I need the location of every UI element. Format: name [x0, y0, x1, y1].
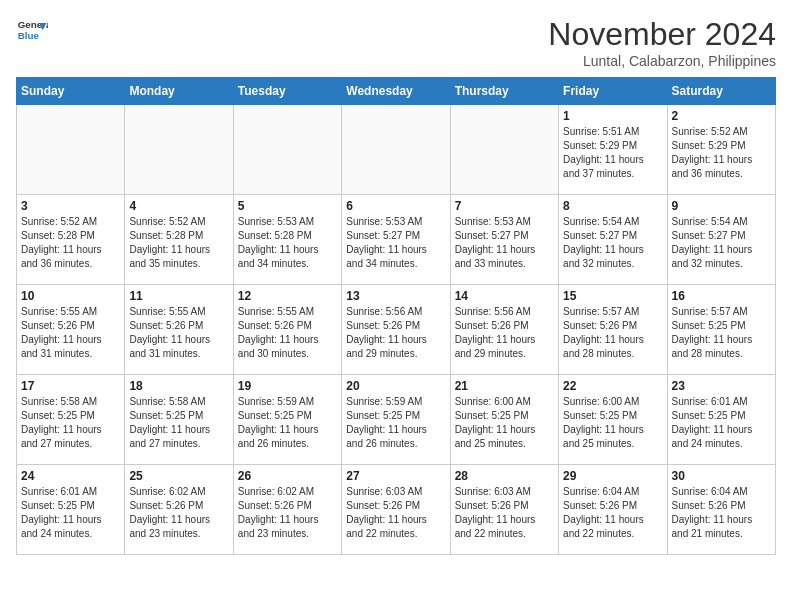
calendar-cell-1-2: 5Sunrise: 5:53 AM Sunset: 5:28 PM Daylig…: [233, 195, 341, 285]
col-tuesday: Tuesday: [233, 78, 341, 105]
calendar-cell-4-5: 29Sunrise: 6:04 AM Sunset: 5:26 PM Dayli…: [559, 465, 667, 555]
calendar-cell-2-2: 12Sunrise: 5:55 AM Sunset: 5:26 PM Dayli…: [233, 285, 341, 375]
calendar-cell-1-6: 9Sunrise: 5:54 AM Sunset: 5:27 PM Daylig…: [667, 195, 775, 285]
calendar-cell-2-6: 16Sunrise: 5:57 AM Sunset: 5:25 PM Dayli…: [667, 285, 775, 375]
day-info: Sunrise: 6:03 AM Sunset: 5:26 PM Dayligh…: [455, 485, 554, 541]
day-number: 7: [455, 199, 554, 213]
logo: General Blue: [16, 16, 48, 48]
day-info: Sunrise: 5:54 AM Sunset: 5:27 PM Dayligh…: [672, 215, 771, 271]
calendar-cell-3-2: 19Sunrise: 5:59 AM Sunset: 5:25 PM Dayli…: [233, 375, 341, 465]
calendar-cell-4-2: 26Sunrise: 6:02 AM Sunset: 5:26 PM Dayli…: [233, 465, 341, 555]
col-saturday: Saturday: [667, 78, 775, 105]
day-number: 12: [238, 289, 337, 303]
calendar-cell-3-5: 22Sunrise: 6:00 AM Sunset: 5:25 PM Dayli…: [559, 375, 667, 465]
page-header: General Blue November 2024 Luntal, Calab…: [16, 16, 776, 69]
svg-text:Blue: Blue: [18, 30, 40, 41]
day-info: Sunrise: 5:52 AM Sunset: 5:28 PM Dayligh…: [129, 215, 228, 271]
calendar-cell-0-5: 1Sunrise: 5:51 AM Sunset: 5:29 PM Daylig…: [559, 105, 667, 195]
day-info: Sunrise: 6:02 AM Sunset: 5:26 PM Dayligh…: [238, 485, 337, 541]
calendar-cell-0-4: [450, 105, 558, 195]
day-number: 25: [129, 469, 228, 483]
day-number: 30: [672, 469, 771, 483]
day-info: Sunrise: 6:02 AM Sunset: 5:26 PM Dayligh…: [129, 485, 228, 541]
day-number: 28: [455, 469, 554, 483]
week-row-2: 10Sunrise: 5:55 AM Sunset: 5:26 PM Dayli…: [17, 285, 776, 375]
day-number: 15: [563, 289, 662, 303]
week-row-1: 3Sunrise: 5:52 AM Sunset: 5:28 PM Daylig…: [17, 195, 776, 285]
day-info: Sunrise: 5:59 AM Sunset: 5:25 PM Dayligh…: [238, 395, 337, 451]
day-number: 23: [672, 379, 771, 393]
col-sunday: Sunday: [17, 78, 125, 105]
title-block: November 2024 Luntal, Calabarzon, Philip…: [548, 16, 776, 69]
calendar-cell-0-6: 2Sunrise: 5:52 AM Sunset: 5:29 PM Daylig…: [667, 105, 775, 195]
calendar-cell-1-0: 3Sunrise: 5:52 AM Sunset: 5:28 PM Daylig…: [17, 195, 125, 285]
calendar-cell-0-2: [233, 105, 341, 195]
day-info: Sunrise: 5:57 AM Sunset: 5:25 PM Dayligh…: [672, 305, 771, 361]
day-number: 26: [238, 469, 337, 483]
day-info: Sunrise: 5:59 AM Sunset: 5:25 PM Dayligh…: [346, 395, 445, 451]
day-number: 1: [563, 109, 662, 123]
day-number: 18: [129, 379, 228, 393]
calendar-cell-2-0: 10Sunrise: 5:55 AM Sunset: 5:26 PM Dayli…: [17, 285, 125, 375]
calendar-cell-1-3: 6Sunrise: 5:53 AM Sunset: 5:27 PM Daylig…: [342, 195, 450, 285]
day-number: 9: [672, 199, 771, 213]
day-number: 21: [455, 379, 554, 393]
calendar-cell-3-0: 17Sunrise: 5:58 AM Sunset: 5:25 PM Dayli…: [17, 375, 125, 465]
day-info: Sunrise: 5:51 AM Sunset: 5:29 PM Dayligh…: [563, 125, 662, 181]
calendar-cell-3-1: 18Sunrise: 5:58 AM Sunset: 5:25 PM Dayli…: [125, 375, 233, 465]
day-number: 2: [672, 109, 771, 123]
calendar-cell-2-3: 13Sunrise: 5:56 AM Sunset: 5:26 PM Dayli…: [342, 285, 450, 375]
day-number: 8: [563, 199, 662, 213]
day-info: Sunrise: 6:00 AM Sunset: 5:25 PM Dayligh…: [563, 395, 662, 451]
day-number: 24: [21, 469, 120, 483]
calendar-cell-1-1: 4Sunrise: 5:52 AM Sunset: 5:28 PM Daylig…: [125, 195, 233, 285]
day-info: Sunrise: 5:52 AM Sunset: 5:28 PM Dayligh…: [21, 215, 120, 271]
day-number: 4: [129, 199, 228, 213]
day-number: 5: [238, 199, 337, 213]
calendar-cell-4-1: 25Sunrise: 6:02 AM Sunset: 5:26 PM Dayli…: [125, 465, 233, 555]
day-info: Sunrise: 5:57 AM Sunset: 5:26 PM Dayligh…: [563, 305, 662, 361]
day-info: Sunrise: 5:55 AM Sunset: 5:26 PM Dayligh…: [21, 305, 120, 361]
calendar-cell-2-1: 11Sunrise: 5:55 AM Sunset: 5:26 PM Dayli…: [125, 285, 233, 375]
day-number: 10: [21, 289, 120, 303]
day-number: 13: [346, 289, 445, 303]
calendar-cell-4-4: 28Sunrise: 6:03 AM Sunset: 5:26 PM Dayli…: [450, 465, 558, 555]
day-number: 3: [21, 199, 120, 213]
day-info: Sunrise: 5:53 AM Sunset: 5:27 PM Dayligh…: [455, 215, 554, 271]
day-number: 14: [455, 289, 554, 303]
day-info: Sunrise: 6:03 AM Sunset: 5:26 PM Dayligh…: [346, 485, 445, 541]
calendar-cell-3-6: 23Sunrise: 6:01 AM Sunset: 5:25 PM Dayli…: [667, 375, 775, 465]
calendar-cell-1-4: 7Sunrise: 5:53 AM Sunset: 5:27 PM Daylig…: [450, 195, 558, 285]
col-thursday: Thursday: [450, 78, 558, 105]
day-info: Sunrise: 6:04 AM Sunset: 5:26 PM Dayligh…: [563, 485, 662, 541]
calendar-cell-4-6: 30Sunrise: 6:04 AM Sunset: 5:26 PM Dayli…: [667, 465, 775, 555]
day-info: Sunrise: 5:54 AM Sunset: 5:27 PM Dayligh…: [563, 215, 662, 271]
calendar-header-row: Sunday Monday Tuesday Wednesday Thursday…: [17, 78, 776, 105]
day-info: Sunrise: 5:56 AM Sunset: 5:26 PM Dayligh…: [455, 305, 554, 361]
calendar-cell-4-3: 27Sunrise: 6:03 AM Sunset: 5:26 PM Dayli…: [342, 465, 450, 555]
col-friday: Friday: [559, 78, 667, 105]
day-info: Sunrise: 5:55 AM Sunset: 5:26 PM Dayligh…: [238, 305, 337, 361]
day-info: Sunrise: 6:00 AM Sunset: 5:25 PM Dayligh…: [455, 395, 554, 451]
day-number: 20: [346, 379, 445, 393]
calendar-cell-4-0: 24Sunrise: 6:01 AM Sunset: 5:25 PM Dayli…: [17, 465, 125, 555]
col-monday: Monday: [125, 78, 233, 105]
calendar-cell-0-3: [342, 105, 450, 195]
page-subtitle: Luntal, Calabarzon, Philippines: [548, 53, 776, 69]
day-number: 11: [129, 289, 228, 303]
logo-icon: General Blue: [16, 16, 48, 48]
day-number: 29: [563, 469, 662, 483]
calendar-cell-0-0: [17, 105, 125, 195]
calendar-cell-3-3: 20Sunrise: 5:59 AM Sunset: 5:25 PM Dayli…: [342, 375, 450, 465]
calendar-cell-3-4: 21Sunrise: 6:00 AM Sunset: 5:25 PM Dayli…: [450, 375, 558, 465]
week-row-3: 17Sunrise: 5:58 AM Sunset: 5:25 PM Dayli…: [17, 375, 776, 465]
day-number: 16: [672, 289, 771, 303]
day-info: Sunrise: 5:53 AM Sunset: 5:28 PM Dayligh…: [238, 215, 337, 271]
day-number: 6: [346, 199, 445, 213]
day-info: Sunrise: 5:58 AM Sunset: 5:25 PM Dayligh…: [21, 395, 120, 451]
calendar-cell-1-5: 8Sunrise: 5:54 AM Sunset: 5:27 PM Daylig…: [559, 195, 667, 285]
week-row-0: 1Sunrise: 5:51 AM Sunset: 5:29 PM Daylig…: [17, 105, 776, 195]
week-row-4: 24Sunrise: 6:01 AM Sunset: 5:25 PM Dayli…: [17, 465, 776, 555]
day-info: Sunrise: 6:01 AM Sunset: 5:25 PM Dayligh…: [21, 485, 120, 541]
col-wednesday: Wednesday: [342, 78, 450, 105]
